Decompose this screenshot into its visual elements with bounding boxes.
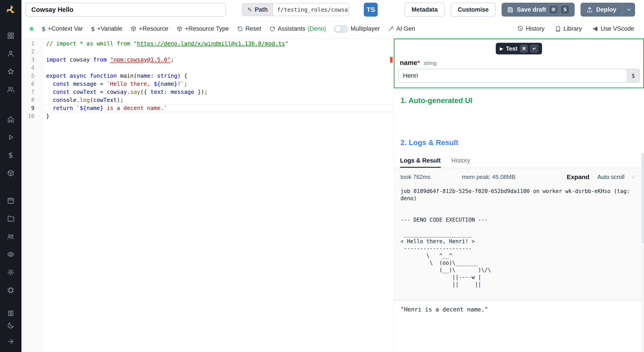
sidebar-group-main: $ — [6, 115, 15, 177]
insert-variable-button[interactable]: $ — [627, 69, 639, 82]
cmd-key-chip: ⌘ — [549, 5, 558, 14]
code-line-6[interactable]: 6 const message = `Hello there, ${name}!… — [22, 80, 394, 88]
error-overview-marker — [390, 57, 393, 63]
dollar-icon: $ — [42, 26, 46, 32]
code-line-8[interactable]: 8 console.log(cowText); — [22, 96, 394, 104]
path-edit-button[interactable]: ✎ Path — [242, 4, 272, 16]
line-number: 9 — [22, 104, 44, 112]
code-line-7[interactable]: 7 const cowText = cowsay.say({ text: mes… — [22, 88, 394, 96]
mem-peak-label: mem peak: 45.08MB — [462, 173, 516, 181]
panel-scrollbar[interactable] — [641, 153, 644, 352]
deploy-icon — [586, 6, 593, 13]
multiplayer-toggle[interactable] — [334, 25, 348, 33]
docs-icon[interactable] — [6, 309, 15, 317]
code-line-2[interactable]: 2 — [22, 48, 394, 56]
connection-status-dot — [30, 27, 34, 31]
logs-header: took 762ms mem peak: 45.08MB Expand Auto… — [394, 168, 644, 181]
gear-icon[interactable] — [6, 268, 15, 277]
autoscroll-checkbox[interactable]: ✓ — [631, 173, 636, 181]
play-icon: ▶ — [500, 46, 503, 51]
apps-grid-icon[interactable] — [6, 31, 15, 40]
duration-label: took 762ms — [400, 173, 430, 181]
typescript-badge: TS — [364, 3, 378, 17]
sidebar-group-bottom — [6, 309, 15, 330]
add-variable-button[interactable]: $ +Variable — [91, 25, 122, 32]
save-draft-button[interactable]: Save draft ⌘ S — [502, 3, 575, 17]
code-lines[interactable]: 1// import * as wmill from "https://deno… — [22, 39, 394, 120]
reset-button[interactable]: Reset — [237, 25, 262, 32]
add-resource-type-button[interactable]: +Resource Type — [176, 25, 229, 32]
multiplayer-control: Multiplayer — [334, 25, 380, 33]
customise-button[interactable]: Customise — [450, 3, 496, 17]
history-icon — [517, 26, 524, 32]
arg-type-label: string — [424, 60, 437, 66]
moon-icon[interactable] — [6, 321, 15, 330]
path-value[interactable]: f/testing_roles/cowsa — [272, 4, 348, 16]
line-number: 5 — [22, 72, 44, 80]
test-button[interactable]: ▶ Test ⌘ ↵ — [496, 43, 542, 54]
refresh-icon — [269, 26, 276, 32]
name-arg-input[interactable] — [398, 69, 627, 82]
star-icon[interactable] — [6, 67, 15, 76]
play-icon[interactable] — [6, 133, 15, 141]
s-key-chip: S — [561, 5, 569, 14]
path-control[interactable]: ✎ Path f/testing_roles/cowsa — [242, 3, 349, 16]
assistants-language: (Deno) — [308, 25, 326, 32]
chevron-down-icon — [626, 7, 632, 13]
collapse-arrow-icon[interactable] — [6, 337, 15, 346]
code-line-3[interactable]: 3import cowsay from "npm:cowsay@1.5.0"; — [22, 56, 394, 64]
calendar-icon[interactable] — [6, 196, 15, 205]
tab-history[interactable]: History — [452, 157, 470, 168]
logs-tabs: Logs & Result History — [394, 157, 644, 168]
test-label: Test — [506, 45, 518, 52]
required-asterisk: * — [417, 59, 420, 67]
add-context-var-button[interactable]: $ +Context Var — [42, 25, 83, 32]
script-name-input[interactable] — [26, 3, 226, 17]
code-editor[interactable]: 1// import * as wmill from "https://deno… — [22, 39, 394, 352]
ai-gen-button[interactable]: AI Gen — [388, 25, 415, 32]
folder-icon[interactable] — [6, 214, 15, 223]
autoscroll-label: Auto scroll — [597, 173, 624, 181]
log-output: job 0189d64f-812b-525e-f020-652bd9da1100… — [400, 188, 637, 288]
code-line-9[interactable]: 9 return `${name} is a decent name.` — [22, 104, 394, 112]
dollar-icon: $ — [91, 26, 95, 32]
library-button[interactable]: Library — [555, 25, 582, 32]
home-icon[interactable] — [6, 115, 15, 124]
arg-name-label: name — [400, 59, 417, 67]
logs-result-heading: 2. Logs & Result — [400, 138, 644, 147]
code-line-4[interactable]: 4 — [22, 64, 394, 72]
reset-icon — [237, 26, 243, 32]
topbar: ✎ Path f/testing_roles/cowsa TS Metadata… — [22, 0, 644, 19]
worker-icon[interactable] — [6, 286, 15, 294]
content-area: 1// import * as wmill from "https://deno… — [22, 39, 644, 352]
topbar-actions: Metadata Customise Save draft ⌘ S Deploy — [404, 3, 635, 17]
tab-logs-result[interactable]: Logs & Result — [400, 157, 441, 168]
code-line-10[interactable]: 10} — [22, 112, 394, 120]
line-number: 2 — [22, 48, 44, 56]
save-draft-label: Save draft — [517, 6, 546, 13]
use-vscode-button[interactable]: Use VScode — [592, 25, 634, 32]
code-line-5[interactable]: 5export async function main(name: string… — [22, 72, 394, 80]
book-icon — [555, 26, 561, 32]
eye-icon[interactable] — [6, 250, 15, 259]
deploy-button-group: Deploy — [580, 3, 635, 17]
pencil-icon: ✎ — [247, 7, 252, 13]
user-group-icon[interactable] — [6, 232, 15, 241]
history-button[interactable]: History — [517, 25, 544, 32]
deploy-dropdown-button[interactable] — [622, 3, 635, 17]
dollar-icon[interactable]: $ — [6, 151, 15, 159]
cube-icon[interactable] — [6, 169, 15, 177]
arg-label-row: name* string — [400, 59, 640, 67]
users-icon[interactable] — [6, 85, 15, 94]
user-icon[interactable] — [6, 49, 15, 58]
code-line-1[interactable]: 1// import * as wmill from "https://deno… — [22, 40, 394, 48]
cmd-key-chip: ⌘ — [520, 45, 528, 52]
deploy-label: Deploy — [596, 6, 616, 13]
add-resource-button[interactable]: +Resource — [130, 25, 168, 32]
deploy-button[interactable]: Deploy — [580, 3, 622, 17]
line-number: 3 — [22, 56, 44, 64]
assistants-button[interactable]: Assistants (Deno) — [269, 25, 326, 32]
expand-button[interactable]: Expand — [567, 173, 589, 181]
windmill-logo-icon[interactable] — [5, 4, 16, 16]
metadata-button[interactable]: Metadata — [404, 3, 445, 17]
